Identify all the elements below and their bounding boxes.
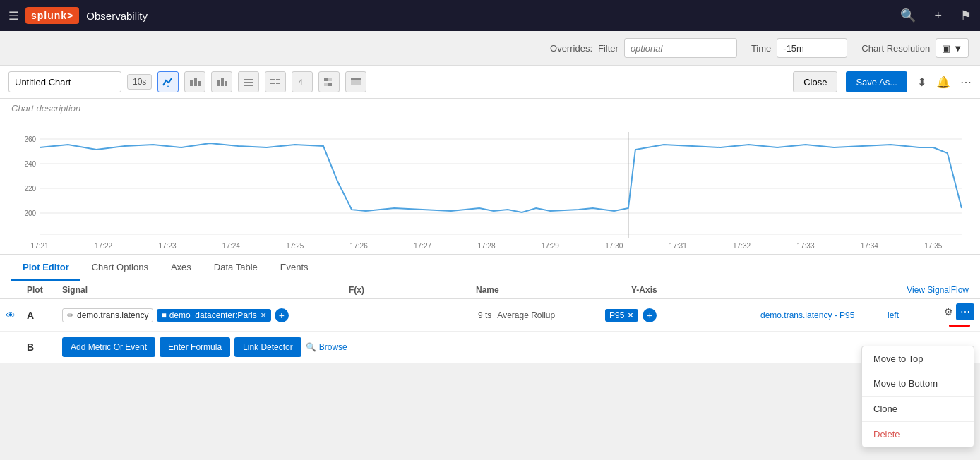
row-a-color-indicator xyxy=(949,325,970,327)
svg-rect-17 xyxy=(324,83,328,86)
signal-tag-filter-remove[interactable]: ✕ xyxy=(260,310,267,320)
browse-link[interactable]: 🔍 Browse xyxy=(306,342,347,352)
p95-tag[interactable]: P95 ✕ xyxy=(605,309,638,322)
table-type-btn[interactable] xyxy=(345,71,366,92)
plot-editor-tabs: Plot Editor Chart Options Axes Data Tabl… xyxy=(0,254,980,281)
svg-text:17:22: 17:22 xyxy=(95,242,113,250)
svg-text:17:21: 17:21 xyxy=(31,242,49,250)
svg-text:17:32: 17:32 xyxy=(733,242,751,250)
overrides-label: Overrides: xyxy=(550,43,592,54)
context-menu-move-top[interactable]: Move to Top xyxy=(862,346,974,363)
chart-res-select[interactable]: ▣ ▼ xyxy=(936,38,969,58)
svg-text:17:29: 17:29 xyxy=(542,242,560,250)
ts-label: 9 ts xyxy=(478,310,491,320)
tab-chart-options[interactable]: Chart Options xyxy=(80,255,160,281)
app-title: Observability xyxy=(86,10,148,22)
svg-text:17:34: 17:34 xyxy=(861,242,879,250)
col-header-fx: F(x) xyxy=(349,285,476,295)
bar-chart-type-btn[interactable] xyxy=(211,71,232,92)
svg-rect-4 xyxy=(217,80,220,86)
filter-label: Filter xyxy=(598,43,619,54)
svg-text:17:24: 17:24 xyxy=(222,242,241,250)
line-chart-type-btn[interactable] xyxy=(157,71,179,92)
svg-rect-7 xyxy=(244,79,253,80)
heatmap-type-btn[interactable] xyxy=(318,71,340,92)
signal-name: demo.trans.latency - P95 xyxy=(760,310,854,320)
tab-axes[interactable]: Axes xyxy=(160,255,203,281)
row-a-gear-btn[interactable]: ⚙ xyxy=(944,306,953,317)
tab-plot-editor[interactable]: Plot Editor xyxy=(11,255,80,281)
svg-text:220: 220 xyxy=(24,185,36,193)
add-fx-btn[interactable]: + xyxy=(643,308,657,322)
time-label: Time xyxy=(751,43,771,54)
svg-text:17:27: 17:27 xyxy=(414,242,432,250)
single-value-type-btn[interactable]: 4 xyxy=(292,71,313,92)
svg-text:17:23: 17:23 xyxy=(158,242,177,250)
signal-tag-filter[interactable]: ■ demo_datacenter:Paris ✕ xyxy=(157,309,270,322)
svg-rect-10 xyxy=(270,79,275,80)
add-icon[interactable]: + xyxy=(934,8,942,23)
splunk-logo: splunk> xyxy=(25,7,79,24)
row-a-letter: A xyxy=(27,310,62,321)
tab-events[interactable]: Events xyxy=(269,255,320,281)
svg-rect-13 xyxy=(276,83,280,84)
save-as-button[interactable]: Save As... xyxy=(846,71,907,92)
svg-rect-19 xyxy=(351,78,361,80)
more-options-icon[interactable]: ⋯ xyxy=(960,75,972,89)
row-b-letter: B xyxy=(27,341,62,353)
p95-remove-icon[interactable]: ✕ xyxy=(627,310,634,320)
chart-res-icon: ▣ xyxy=(942,43,950,54)
chart-editor-header: 10s xyxy=(0,66,980,99)
bell-icon[interactable]: 🔔 xyxy=(936,75,950,89)
svg-text:17:25: 17:25 xyxy=(286,242,304,250)
sparkline-type-btn[interactable] xyxy=(265,71,286,92)
p95-label: P95 xyxy=(609,310,624,320)
search-icon[interactable]: 🔍 xyxy=(900,8,916,23)
plot-table: Plot Signal F(x) Name Y-Axis View Signal… xyxy=(0,281,980,363)
svg-rect-6 xyxy=(225,81,227,86)
svg-text:4: 4 xyxy=(299,78,303,86)
row-a-more-btn[interactable]: ⋯ xyxy=(956,303,974,320)
add-signal-tag-btn[interactable]: + xyxy=(275,308,289,322)
chart-svg: 260 240 220 200 17:21 17:22 17:23 17:24 … xyxy=(11,125,969,252)
view-signal-flow-link[interactable]: View SignalFlow xyxy=(907,285,974,295)
top-nav: ☰ splunk> Observability 🔍 + ⚑ xyxy=(0,0,980,31)
add-metric-btn[interactable]: Add Metric Or Event xyxy=(62,337,155,357)
tab-data-table[interactable]: Data Table xyxy=(203,255,269,281)
svg-rect-8 xyxy=(244,82,253,83)
svg-rect-9 xyxy=(244,85,253,86)
svg-rect-20 xyxy=(351,80,361,83)
filter-input[interactable] xyxy=(624,38,737,58)
svg-text:17:31: 17:31 xyxy=(669,242,688,250)
time-input[interactable] xyxy=(777,38,847,58)
svg-rect-12 xyxy=(270,83,275,84)
svg-text:260: 260 xyxy=(24,135,36,143)
close-button[interactable]: Close xyxy=(793,71,837,92)
search-icon-small: 🔍 xyxy=(306,342,316,352)
scatter-chart-type-btn[interactable] xyxy=(238,71,259,92)
share-icon[interactable]: ⬍ xyxy=(917,75,926,89)
svg-rect-1 xyxy=(190,80,193,86)
col-header-y-axis: Y-Axis xyxy=(631,285,688,295)
col-header-signal: Signal xyxy=(62,285,349,295)
signal-tag-metric[interactable]: ✏ demo.trans.latency xyxy=(62,308,153,322)
svg-rect-2 xyxy=(194,78,197,86)
avg-rollup-label: Average Rollup xyxy=(497,310,555,320)
chart-area: 260 240 220 200 17:21 17:22 17:23 17:24 … xyxy=(0,118,980,254)
chart-title-input[interactable] xyxy=(8,71,121,92)
svg-text:17:26: 17:26 xyxy=(350,242,369,250)
signal-tag-metric-label: demo.trans.latency xyxy=(77,310,148,320)
link-detector-btn[interactable]: Link Detector xyxy=(234,337,301,357)
enter-formula-btn[interactable]: Enter Formula xyxy=(160,337,230,357)
area-chart-type-btn[interactable] xyxy=(184,71,205,92)
hamburger-icon[interactable]: ☰ xyxy=(8,9,18,23)
svg-text:17:35: 17:35 xyxy=(924,242,943,250)
context-menu: Move to Top Move to Bottom Clone Delete xyxy=(861,346,974,363)
svg-marker-0 xyxy=(167,85,169,87)
col-header-name: Name xyxy=(476,285,631,295)
row-a-eye-icon[interactable]: 👁 xyxy=(6,310,16,321)
svg-rect-15 xyxy=(324,78,328,81)
bookmark-icon[interactable]: ⚑ xyxy=(960,8,972,23)
chart-res-chevron: ▼ xyxy=(953,43,962,54)
svg-rect-21 xyxy=(351,83,361,85)
